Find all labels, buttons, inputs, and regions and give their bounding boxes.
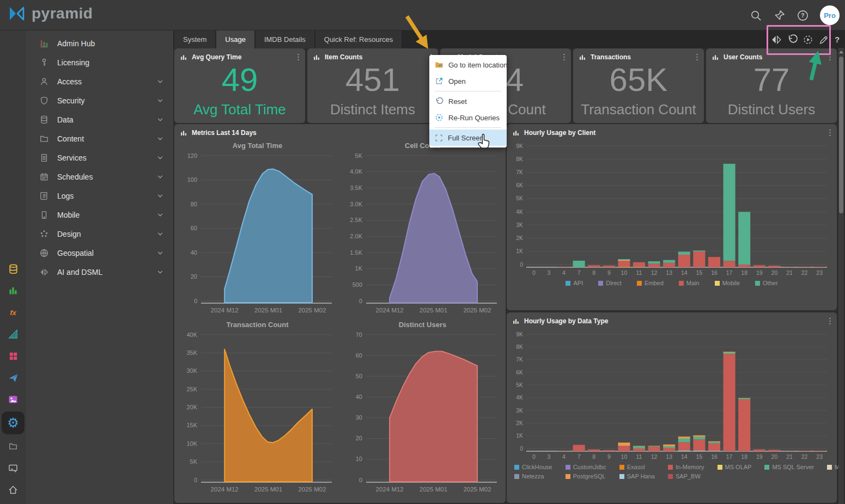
sidebar-item-security[interactable]: Security: [26, 91, 173, 110]
sidebar-item-ai-and-dsml[interactable]: AI and DSML: [26, 262, 173, 281]
legend-item[interactable]: Exasol: [619, 464, 655, 470]
legend-item[interactable]: SAP Hana: [619, 473, 655, 480]
sidebar-item-geospatial[interactable]: Geospatial: [26, 243, 173, 262]
legend-item[interactable]: SAP_BW: [668, 473, 704, 480]
rail-item-illustrations[interactable]: [2, 389, 25, 410]
legend-item[interactable]: Direct: [598, 280, 622, 286]
edit-pencil-icon[interactable]: [818, 34, 830, 46]
chevron-down-icon: [157, 250, 163, 256]
svg-text:4.0K: 4.0K: [350, 168, 362, 175]
metrics-chart-grid: Avg Total Time 0204060801001202024 M1220…: [174, 138, 506, 496]
panel-menu-button[interactable]: [828, 317, 832, 325]
legend-item[interactable]: Mobile: [715, 280, 740, 286]
legend-item[interactable]: Embed: [637, 280, 664, 286]
rail-item-formulas[interactable]: fx: [2, 302, 25, 323]
menu-item-label: Open: [448, 77, 466, 85]
rail-item-modeling[interactable]: [2, 323, 25, 345]
chevron-down-icon: [157, 155, 163, 161]
panel-header: Hourly Usage by Data Type: [507, 312, 837, 327]
rail-item-analytics[interactable]: [2, 280, 25, 302]
legend-item[interactable]: MS OLAP: [718, 464, 752, 470]
menu-item-go-to-item-location[interactable]: Go to item location: [429, 57, 507, 73]
svg-text:1K: 1K: [516, 248, 523, 254]
card-menu-button[interactable]: [695, 53, 700, 62]
legend-swatch: [598, 281, 603, 286]
menu-item-full-screen[interactable]: Full Screen: [429, 130, 507, 146]
legend-item[interactable]: Main: [679, 280, 700, 286]
kpi-card-avg-query-time[interactable]: Avg Query Time 49 Avg Total Time: [174, 48, 305, 123]
sidebar-item-logs[interactable]: Logs: [26, 186, 173, 205]
search-icon[interactable]: [750, 9, 762, 22]
tab-imdb-details[interactable]: IMDB Details: [256, 30, 314, 48]
pin-icon[interactable]: [773, 9, 786, 22]
legend-item[interactable]: Other: [755, 280, 778, 286]
rail-item-content[interactable]: [2, 435, 25, 457]
legend-label: Embed: [645, 280, 664, 286]
menu-item-label: Full Screen: [448, 134, 484, 142]
legend-item[interactable]: MS SQL Server: [764, 464, 814, 470]
rerun-queries-icon[interactable]: [802, 34, 814, 46]
widget-bars-icon: [180, 53, 187, 61]
menu-item-open[interactable]: Open: [429, 73, 507, 89]
legend-item[interactable]: CustomJdbc: [566, 464, 606, 470]
help-icon[interactable]: ?: [797, 9, 809, 22]
svg-text:16: 16: [711, 453, 718, 460]
kpi-card-transactions[interactable]: Transactions 65K Transaction Count: [573, 48, 704, 123]
logo-text: pyramid: [32, 5, 93, 22]
kpi-card-user-counts[interactable]: User Counts 77 Distinct Users: [706, 48, 837, 123]
legend-item[interactable]: In-Memory: [668, 464, 704, 470]
sidebar-item-schedules[interactable]: Schedules: [26, 167, 173, 186]
help-label[interactable]: ?: [834, 35, 840, 44]
card-menu-button[interactable]: [828, 53, 832, 62]
svg-text:30K: 30K: [186, 367, 197, 374]
sidebar-item-content[interactable]: Content: [26, 129, 173, 148]
svg-text:2025 M02: 2025 M02: [463, 486, 491, 493]
rail-item-apps[interactable]: [2, 345, 25, 367]
tab-usage[interactable]: Usage: [216, 30, 254, 48]
distinct-users-chart: Distinct Users 0102030405060702024 M1220…: [340, 317, 505, 496]
legend-swatch: [619, 465, 624, 470]
rail-item-data-sources[interactable]: [2, 258, 25, 280]
svg-text:2024 M12: 2024 M12: [211, 486, 239, 493]
rail-item-workspace[interactable]: [2, 457, 25, 479]
legend-item[interactable]: ClickHouse: [514, 464, 552, 470]
sidebar-item-access[interactable]: Access: [26, 72, 173, 91]
vertical-scrollbar[interactable]: [838, 48, 844, 504]
svg-text:20: 20: [771, 453, 778, 460]
panel-menu-button[interactable]: [828, 128, 832, 137]
sidebar-item-services[interactable]: Services: [26, 148, 173, 167]
kpi-card-item-counts[interactable]: Item Counts 451 Distinct Items: [307, 48, 438, 123]
sidebar-item-data[interactable]: Data: [26, 110, 173, 129]
legend-item[interactable]: PostgreSQL: [566, 473, 606, 480]
svg-text:13: 13: [666, 453, 672, 460]
database-icon: [39, 115, 49, 125]
tab-system[interactable]: System: [174, 30, 215, 48]
reset-icon[interactable]: [786, 34, 798, 46]
menu-item-reset[interactable]: Reset: [429, 93, 507, 109]
card-menu-button[interactable]: [296, 53, 301, 62]
chart-title: Transaction Count: [175, 317, 340, 330]
rail-item-admin[interactable]: ⚙: [2, 411, 25, 434]
card-menu-button[interactable]: [562, 53, 567, 62]
sidebar-item-design[interactable]: Design: [26, 224, 173, 243]
svg-text:25K: 25K: [186, 386, 197, 392]
scrollbar-up-button[interactable]: [838, 49, 844, 54]
legend-item[interactable]: API: [566, 280, 583, 286]
rail-item-home[interactable]: [2, 479, 25, 501]
svg-text:2K: 2K: [516, 420, 523, 426]
legend-item[interactable]: Netezza: [514, 473, 552, 480]
svg-text:500: 500: [352, 281, 362, 288]
sidebar-item-admin-hub[interactable]: Admin Hub: [26, 34, 173, 53]
svg-text:6K: 6K: [516, 182, 523, 188]
svg-text:2024 M12: 2024 M12: [211, 307, 239, 314]
sidebar-item-licensing[interactable]: Licensing: [26, 53, 173, 72]
menu-item-re-run-queries[interactable]: Re-Run Queries: [429, 109, 507, 126]
tab-quick-ref-resources[interactable]: Quick Ref: Resources: [315, 30, 402, 48]
pro-badge[interactable]: Pro: [820, 5, 840, 25]
svg-text:21: 21: [786, 269, 793, 276]
legend-swatch: [755, 281, 760, 286]
rail-item-publish[interactable]: [2, 367, 25, 389]
scrollbar-thumb[interactable]: [839, 57, 843, 213]
sidebar-item-mobile[interactable]: Mobile: [26, 205, 173, 224]
pyramid-compare-icon[interactable]: [770, 34, 782, 46]
